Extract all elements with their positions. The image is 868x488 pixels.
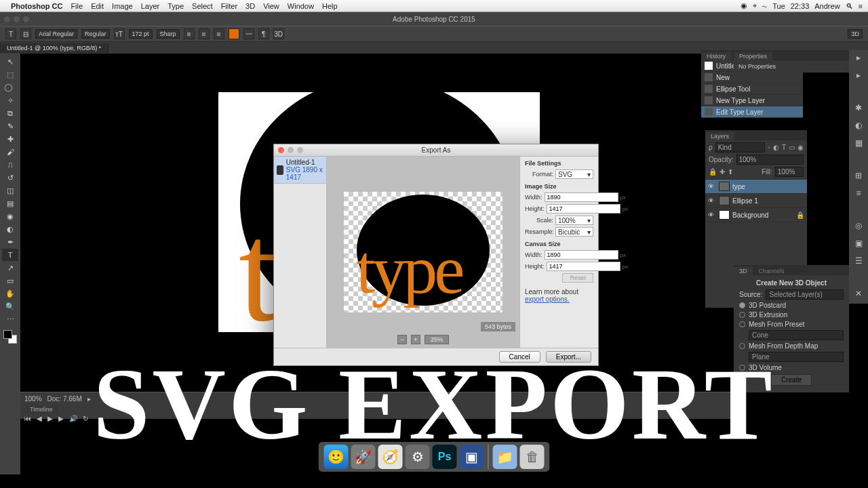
tab-channels[interactable]: Channels — [753, 267, 790, 275]
tool-preset-icon[interactable]: T — [5, 28, 16, 39]
3d-icon[interactable]: 3D — [273, 28, 284, 39]
canvas-height-input[interactable] — [547, 262, 620, 271]
tab-timeline[interactable]: Timeline — [24, 405, 58, 413]
audio-icon[interactable]: 🔊 — [69, 415, 77, 422]
dock-icon[interactable]: ✕ — [852, 289, 865, 301]
edit-toolbar-icon[interactable]: ⋯ — [2, 313, 18, 325]
menu-help[interactable]: Help — [322, 2, 338, 10]
dock-icon[interactable]: ◎ — [852, 221, 865, 233]
align-center-icon[interactable]: ≡ — [199, 28, 210, 39]
layer-row[interactable]: 👁Background🔒 — [705, 208, 807, 222]
tab-history[interactable]: History — [701, 52, 731, 60]
dock-screenflow-icon[interactable]: ▣ — [460, 445, 484, 469]
export-button[interactable]: Export... — [546, 351, 591, 363]
text-color-swatch[interactable] — [229, 28, 239, 39]
radio-volume[interactable] — [739, 365, 745, 371]
document-tab[interactable]: Untitled-1 @ 100% (type, RGB/8) * — [0, 43, 108, 53]
dock-icon[interactable]: ☰ — [852, 256, 865, 268]
tab-properties[interactable]: Properties — [734, 52, 772, 60]
gradient-tool-icon[interactable]: ▤ — [2, 197, 18, 209]
path-select-icon[interactable]: ↗ — [2, 262, 18, 274]
next-frame-icon[interactable]: ▶ — [58, 415, 64, 422]
menu-select[interactable]: Select — [192, 2, 213, 10]
history-step[interactable]: New Type Layer — [701, 95, 803, 106]
zoom-in-icon[interactable]: + — [411, 335, 420, 344]
font-family-select[interactable]: Arial Regular — [35, 29, 77, 39]
zoom-level[interactable]: 25% — [425, 335, 449, 344]
dock-trash-icon[interactable]: 🗑 — [520, 445, 545, 469]
zoom-out-icon[interactable]: − — [397, 335, 407, 344]
dock-settings-icon[interactable]: ⚙ — [406, 445, 430, 469]
font-size-select[interactable]: 172 pt — [129, 29, 153, 39]
goto-start-icon[interactable]: ⏮ — [24, 415, 31, 422]
radio-extrusion[interactable] — [739, 312, 745, 318]
character-panel-icon[interactable]: ¶ — [258, 28, 269, 39]
radio-depth-map[interactable] — [739, 343, 745, 349]
color-swatches[interactable] — [3, 330, 17, 344]
layer-kind-filter[interactable]: Kind — [715, 142, 766, 152]
workspace-3d-select[interactable]: 3D — [848, 29, 863, 39]
layer-row[interactable]: 👁type — [705, 180, 807, 194]
stamp-tool-icon[interactable]: ⎍ — [2, 159, 18, 171]
fill-input[interactable]: 100% — [775, 167, 804, 177]
menu-type[interactable]: Type — [167, 2, 184, 10]
export-options-link[interactable]: export options. — [525, 296, 570, 303]
history-step[interactable]: New — [701, 72, 803, 83]
depth-map-select[interactable]: Plane — [749, 352, 844, 362]
loop-icon[interactable]: ↻ — [83, 415, 88, 422]
format-select[interactable]: SVG▾ — [555, 169, 593, 179]
eyedropper-tool-icon[interactable]: ✎ — [2, 120, 18, 132]
layer-row[interactable]: 👁Ellipse 1 — [705, 194, 807, 208]
align-right-icon[interactable]: ≡ — [214, 28, 224, 39]
dock-icon[interactable]: ▣ — [852, 239, 865, 251]
crop-tool-icon[interactable]: ⧉ — [2, 107, 18, 119]
menu-file[interactable]: File — [71, 2, 83, 10]
app-menu[interactable]: Photoshop CC — [11, 2, 62, 10]
radio-postcard[interactable] — [739, 302, 745, 308]
marquee-tool-icon[interactable]: ⬚ — [2, 68, 18, 81]
opacity-input[interactable]: 100% — [736, 155, 804, 165]
menu-image[interactable]: Image — [112, 2, 133, 10]
type-tool-icon[interactable]: T — [2, 249, 18, 261]
dialog-titlebar[interactable]: Export As — [274, 144, 598, 157]
image-width-input[interactable] — [545, 192, 618, 202]
font-weight-select[interactable]: Regular — [81, 29, 110, 39]
reset-button[interactable]: Reset — [562, 273, 593, 283]
dock-finder-icon[interactable]: 🙂 — [324, 445, 349, 469]
status-cc-icon[interactable]: ◉ — [741, 1, 747, 10]
create-3d-button[interactable]: Create — [771, 374, 812, 386]
tab-layers[interactable]: Layers — [705, 132, 734, 140]
zoom-tool-icon[interactable]: 🔍 — [2, 300, 18, 312]
dock-icon[interactable]: ✱ — [852, 103, 865, 115]
wand-tool-icon[interactable]: ✧ — [2, 94, 18, 106]
export-asset-item[interactable]: Untitled-1SVG 1890 x 1417 — [274, 157, 326, 184]
lasso-tool-icon[interactable]: ⃝ — [2, 81, 18, 94]
move-tool-icon[interactable]: ↖ — [2, 56, 18, 68]
window-traffic-lights[interactable] — [4, 16, 29, 22]
menu-filter[interactable]: Filter — [221, 2, 237, 10]
menu-3d[interactable]: 3D — [245, 2, 255, 10]
status-wifi-icon[interactable]: ⏦ — [762, 2, 767, 10]
menu-icon[interactable]: ≡ — [859, 2, 863, 10]
orientation-icon[interactable]: ⊟ — [20, 28, 31, 39]
shape-tool-icon[interactable]: ▭ — [2, 274, 18, 287]
play-icon[interactable]: ▶ — [47, 415, 53, 422]
dock-icon[interactable]: ▦ — [852, 138, 865, 150]
dock-icon[interactable]: ◐ — [852, 121, 865, 133]
history-step[interactable]: Edit Type Layer — [701, 106, 803, 118]
heal-tool-icon[interactable]: ✚ — [2, 133, 18, 145]
menu-layer[interactable]: Layer — [141, 2, 160, 10]
history-step[interactable]: Ellipse Tool — [701, 83, 803, 95]
status-user[interactable]: Andrew — [814, 2, 840, 10]
hand-tool-icon[interactable]: ✋ — [2, 287, 18, 300]
menu-edit[interactable]: Edit — [91, 2, 104, 10]
cancel-button[interactable]: Cancel — [499, 351, 540, 363]
status-dropbox-icon[interactable]: ⌖ — [753, 1, 757, 10]
dock-photoshop-icon[interactable]: Ps — [433, 445, 457, 469]
3d-source-select[interactable]: Selected Layer(s) — [766, 289, 844, 300]
dodge-tool-icon[interactable]: ◐ — [2, 223, 18, 235]
radio-mesh-preset[interactable] — [739, 321, 745, 327]
resample-select[interactable]: Bicubic▾ — [555, 227, 593, 237]
warp-text-icon[interactable]: 〰 — [243, 28, 254, 39]
menu-window[interactable]: Window — [288, 2, 314, 10]
